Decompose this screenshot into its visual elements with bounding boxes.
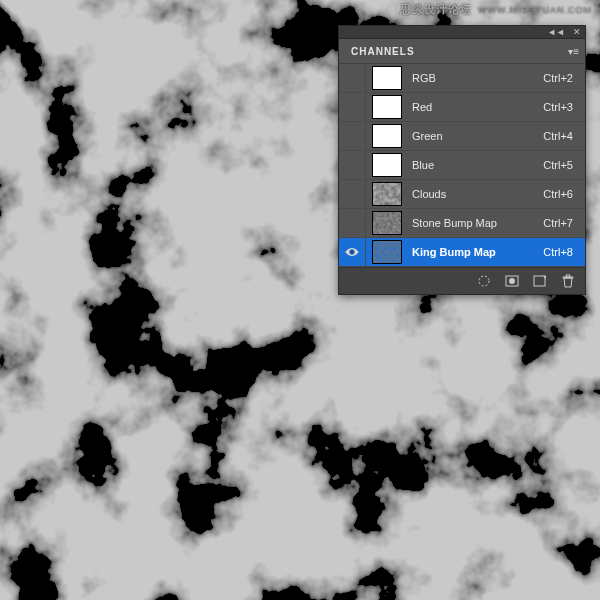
- channel-name: RGB: [406, 72, 543, 84]
- channel-shortcut: Ctrl+5: [543, 159, 585, 171]
- load-selection-icon[interactable]: [473, 272, 495, 290]
- visibility-toggle[interactable]: [339, 93, 366, 121]
- svg-rect-4: [373, 241, 401, 263]
- channel-row[interactable]: GreenCtrl+4: [339, 122, 585, 151]
- channel-name: King Bump Map: [406, 246, 543, 258]
- channel-name: Stone Bump Map: [406, 217, 543, 229]
- channel-row[interactable]: King Bump MapCtrl+8: [339, 238, 585, 267]
- visibility-toggle[interactable]: [339, 151, 366, 179]
- svg-rect-8: [534, 276, 545, 286]
- channels-tab-label: CHANNELS: [351, 46, 415, 57]
- channel-thumbnail: [372, 240, 402, 264]
- delete-channel-icon[interactable]: [557, 272, 579, 290]
- watermark-text-url: WWW.MISSYUAN.COM: [478, 5, 592, 15]
- channel-thumbnail: [372, 153, 402, 177]
- save-selection-icon[interactable]: [501, 272, 523, 290]
- channel-name: Green: [406, 130, 543, 142]
- channel-shortcut: Ctrl+2: [543, 72, 585, 84]
- channel-shortcut: Ctrl+4: [543, 130, 585, 142]
- channel-thumbnail: [372, 66, 402, 90]
- channel-row[interactable]: BlueCtrl+5: [339, 151, 585, 180]
- watermark-text-cn: 思缘设计论坛: [400, 2, 472, 17]
- channel-thumbnail: [372, 182, 402, 206]
- svg-point-3: [351, 251, 354, 254]
- panel-menu-icon[interactable]: ▾≡: [568, 46, 579, 57]
- channel-thumbnail: [372, 95, 402, 119]
- channel-shortcut: Ctrl+3: [543, 101, 585, 113]
- panel-footer: [339, 267, 585, 294]
- panel-tabstrip: ◄◄ ✕: [339, 26, 585, 39]
- new-channel-icon[interactable]: [529, 272, 551, 290]
- channel-row[interactable]: Stone Bump MapCtrl+7: [339, 209, 585, 238]
- channel-thumbnail: [372, 124, 402, 148]
- channel-shortcut: Ctrl+8: [543, 246, 585, 258]
- svg-rect-1: [373, 183, 401, 205]
- visibility-toggle[interactable]: [339, 209, 366, 237]
- watermark: 思缘设计论坛 WWW.MISSYUAN.COM: [400, 2, 592, 17]
- channels-tab[interactable]: CHANNELS: [339, 39, 427, 63]
- channels-list: RGBCtrl+2RedCtrl+3GreenCtrl+4BlueCtrl+5C…: [339, 64, 585, 267]
- visibility-toggle[interactable]: [339, 238, 366, 266]
- panel-close-icon[interactable]: ✕: [573, 27, 581, 37]
- channel-name: Blue: [406, 159, 543, 171]
- channel-row[interactable]: RGBCtrl+2: [339, 64, 585, 93]
- channel-shortcut: Ctrl+6: [543, 188, 585, 200]
- panel-collapse-icon[interactable]: ◄◄: [547, 27, 565, 37]
- channel-name: Clouds: [406, 188, 543, 200]
- channel-thumbnail: [372, 211, 402, 235]
- channel-row[interactable]: CloudsCtrl+6: [339, 180, 585, 209]
- channel-row[interactable]: RedCtrl+3: [339, 93, 585, 122]
- svg-point-5: [479, 276, 489, 286]
- visibility-toggle[interactable]: [339, 180, 366, 208]
- svg-point-7: [509, 278, 515, 284]
- channel-name: Red: [406, 101, 543, 113]
- visibility-toggle[interactable]: [339, 64, 366, 92]
- svg-rect-2: [373, 212, 401, 234]
- channels-panel: ◄◄ ✕ CHANNELS ▾≡ RGBCtrl+2RedCtrl+3Green…: [338, 25, 586, 295]
- channel-shortcut: Ctrl+7: [543, 217, 585, 229]
- visibility-toggle[interactable]: [339, 122, 366, 150]
- panel-titlebar: CHANNELS ▾≡: [339, 39, 585, 64]
